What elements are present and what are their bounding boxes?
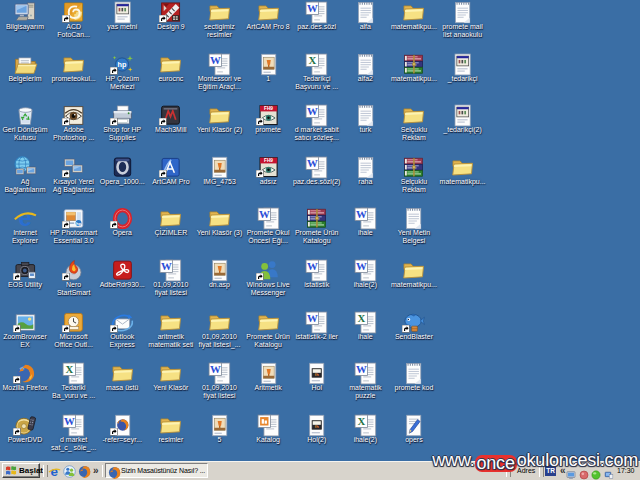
hp-photosmart-icon: hp xyxy=(63,208,85,228)
shortcut-arrow-overlay xyxy=(13,273,21,281)
shortcut-arrow-overlay xyxy=(256,170,264,178)
freehand-doc-icon: fh xyxy=(306,363,328,383)
desktop-icon[interactable]: opers xyxy=(376,415,452,444)
shortcut-arrow-overlay xyxy=(110,325,118,333)
powerdvd-icon xyxy=(14,415,36,435)
folder-icon xyxy=(208,2,230,22)
recycle-bin-icon xyxy=(14,105,36,125)
desktop-icon[interactable]: SendBlaster xyxy=(376,312,452,341)
firefox-icon xyxy=(14,363,36,383)
opera-icon xyxy=(111,208,133,228)
desktop-icon-label-line: Ağ Bağlantısı xyxy=(53,186,95,193)
shortcut-arrow-overlay xyxy=(159,15,167,23)
watermark: www.onceokuloncesi.com xyxy=(432,450,638,472)
quicklaunch-firefox-icon[interactable] xyxy=(78,464,91,477)
shortcut-arrow-overlay xyxy=(110,221,118,229)
svg-text:W: W xyxy=(307,2,318,14)
desktop-icon[interactable]: _tedarikçi(2) xyxy=(425,105,501,134)
word-doc-icon: W xyxy=(208,54,230,74)
task-button[interactable]: Sizin Masaüstünüz Nasıl? ... xyxy=(105,463,208,478)
text-doc-icon xyxy=(452,2,474,22)
folder-icon xyxy=(160,312,182,332)
svg-text:W: W xyxy=(356,363,367,375)
svg-text:W: W xyxy=(161,260,172,272)
folder-icon xyxy=(111,363,133,383)
folder-icon xyxy=(63,54,85,74)
shortcut-arrow-overlay xyxy=(13,376,21,384)
svg-text:fh: fh xyxy=(315,424,319,429)
zoombrowser-icon xyxy=(14,312,36,332)
svg-text:X: X xyxy=(66,363,74,375)
shortcut-arrow-overlay xyxy=(110,428,118,436)
freehand-doc-icon: fh xyxy=(306,415,328,435)
word-doc-icon: W xyxy=(306,157,328,177)
desktop-icon-label-line: Ba_vuru ve ... xyxy=(52,392,95,399)
desktop-icon-label-line: satıcı sözleş... xyxy=(295,134,339,141)
desktop-icon[interactable]: matematikpu... xyxy=(425,157,501,186)
svg-text:e: e xyxy=(18,206,31,231)
excel-doc-icon: X xyxy=(63,363,85,383)
folder-icon xyxy=(208,105,230,125)
folder-icon xyxy=(452,157,474,177)
start-button-label: Başlat xyxy=(19,466,43,475)
network-places-icon xyxy=(14,157,36,177)
pen-doc-icon xyxy=(403,415,425,435)
desktop-icon-label: promete maillist anaokulu xyxy=(425,23,501,39)
ms-outlook-icon xyxy=(63,312,85,332)
desktop-icon[interactable]: matematikpu... xyxy=(376,260,452,289)
desktop-icon-label-line: Reklam xyxy=(402,186,426,193)
word-doc-icon: W xyxy=(63,415,85,435)
shortcut-arrow-overlay xyxy=(62,118,70,126)
desktop-icon[interactable]: promete kod xyxy=(376,363,452,392)
text-doc-icon xyxy=(403,208,425,228)
desktop-icon-label-line: EX xyxy=(20,341,29,348)
shortcut-arrow-overlay xyxy=(62,170,70,178)
excel-doc-icon: X xyxy=(306,54,328,74)
desktop: BilgisayarımACDFotoCan...yas metniDesign… xyxy=(0,0,640,461)
desktop-icon[interactable]: promete maillist anaokulu xyxy=(425,2,501,39)
winrar-icon xyxy=(306,208,328,228)
svg-text:FH9: FH9 xyxy=(264,106,273,111)
word-doc-icon: W xyxy=(354,363,376,383)
desktop-icon-label-line: FotoCan... xyxy=(57,31,90,38)
desktop-icon-label-line: Messenger xyxy=(251,289,286,296)
quicklaunch-msn-messenger-icon[interactable] xyxy=(63,464,76,477)
ppt-doc-icon xyxy=(257,415,279,435)
desktop-icon-label-line: Reklam xyxy=(402,134,426,141)
folder-icon xyxy=(257,2,279,22)
word-doc-icon: W xyxy=(160,260,182,280)
shortcut-arrow-overlay xyxy=(13,428,21,436)
window-doc-icon xyxy=(452,105,474,125)
watermark-highlight: once xyxy=(475,455,517,472)
desktop-icon-label-line: Merkezi xyxy=(110,83,135,90)
svg-text:W: W xyxy=(356,209,367,221)
desktop-icon[interactable]: Yeni MetinBelgesi xyxy=(376,208,452,245)
svg-text:FH9: FH9 xyxy=(264,158,273,163)
adobe-reader-icon xyxy=(111,260,133,280)
folder-icon xyxy=(403,260,425,280)
quicklaunch-internet-explorer-icon[interactable]: e xyxy=(48,464,61,477)
freehand9-icon: FH9 xyxy=(257,105,279,125)
desktop-icon-label-line: fiyat listesi xyxy=(155,289,187,296)
desktop-icon[interactable]: _tedarikçi xyxy=(425,54,501,83)
shortcut-arrow-overlay xyxy=(62,221,70,229)
text-doc-icon xyxy=(354,157,376,177)
firefox-doc-icon xyxy=(111,415,133,435)
freehand9-icon: FH9 xyxy=(257,157,279,177)
quicklaunch-overflow-chevron[interactable]: » xyxy=(93,465,99,476)
winrar-icon xyxy=(403,54,425,74)
word-doc-icon: W xyxy=(306,312,328,332)
excel-doc-icon: X xyxy=(354,312,376,332)
watermark-suffix: okuloncesi.com xyxy=(517,450,638,470)
desktop-icon-label-line: Supplies xyxy=(109,134,136,141)
svg-text:W: W xyxy=(64,415,75,427)
word-doc-icon: W xyxy=(257,208,279,228)
folder-icon xyxy=(403,105,425,125)
start-button[interactable]: Başlat xyxy=(2,463,40,478)
desktop-icon-label-line: Explorer xyxy=(12,237,38,244)
lan-connection-icon xyxy=(63,157,85,177)
window-doc-icon xyxy=(111,2,133,22)
svg-text:W: W xyxy=(307,105,318,117)
firefox-icon xyxy=(108,465,119,476)
windows-flag-icon xyxy=(5,462,17,480)
